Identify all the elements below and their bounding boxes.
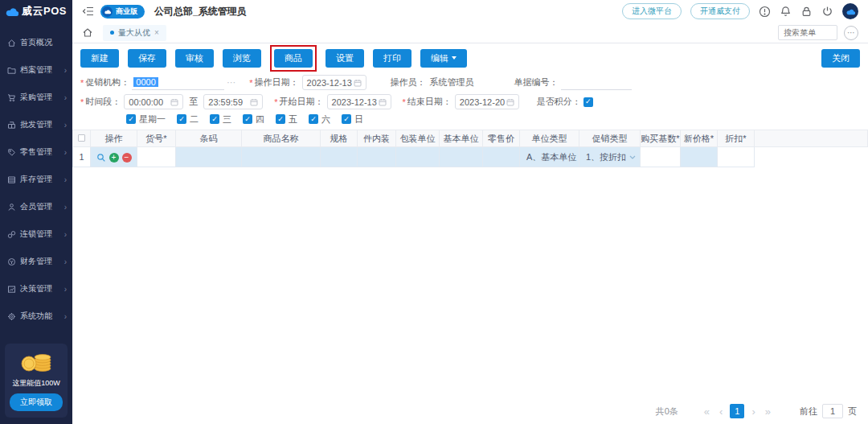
sidebar-item-home[interactable]: 首页概况: [0, 29, 72, 56]
tab-promotion[interactable]: 量大从优 ×: [103, 25, 166, 41]
sidebar-item-members[interactable]: 会员管理 ›: [0, 193, 72, 220]
select-all-header[interactable]: [73, 130, 91, 147]
bell-icon[interactable]: [780, 6, 792, 18]
tab-label: 量大从优: [118, 27, 150, 39]
weekday-saturday[interactable]: 六: [309, 113, 330, 126]
goto-page-input[interactable]: [822, 404, 843, 418]
weekday-sunday[interactable]: 日: [342, 113, 363, 126]
collapse-sidebar-icon[interactable]: [82, 6, 94, 17]
weekday-row: 星期一 二 三 四 五 六 日: [126, 113, 860, 126]
cell-product-name: [242, 147, 321, 167]
weekday-tuesday[interactable]: 二: [177, 113, 199, 126]
home-tab-icon[interactable]: [82, 27, 93, 38]
checkbox-checked-icon[interactable]: [243, 114, 252, 124]
row-operations: + −: [91, 147, 137, 167]
sidebar-item-archives[interactable]: 档案管理 ›: [0, 56, 72, 84]
checkbox-checked-icon[interactable]: [126, 114, 136, 124]
power-icon[interactable]: [821, 6, 833, 18]
cell-item-no-input[interactable]: [137, 147, 176, 167]
more-options-icon[interactable]: ⋯: [844, 26, 858, 40]
browse-button[interactable]: 浏览: [223, 49, 261, 68]
close-button[interactable]: 关闭: [821, 49, 860, 68]
main-area: 商业版 公司总部_系统管理员 进入微平台 开通威支付: [72, 0, 868, 424]
new-button[interactable]: 新建: [80, 49, 119, 68]
next-page-icon[interactable]: ›: [747, 405, 760, 418]
calendar-icon: [250, 98, 258, 106]
weekday-friday[interactable]: 五: [276, 113, 297, 126]
promo-caption: 这里能值100W: [6, 378, 66, 389]
notice-icon[interactable]: [759, 6, 771, 18]
start-date-input[interactable]: 2023-12-13: [327, 94, 391, 109]
sidebar-item-decision[interactable]: 决策管理 ›: [0, 275, 72, 303]
menu-search-input[interactable]: [778, 25, 837, 40]
promo-org-input[interactable]: 0000: [132, 76, 224, 90]
search-row-icon[interactable]: [96, 153, 106, 163]
account-title: 公司总部_系统管理员: [154, 5, 247, 19]
remove-row-icon[interactable]: −: [122, 153, 132, 163]
points-label: 是否积分：: [537, 96, 581, 108]
sidebar-item-inventory[interactable]: 库存管理 ›: [0, 166, 72, 193]
sidebar-item-purchase[interactable]: 采购管理 ›: [0, 84, 72, 111]
current-page-button[interactable]: 1: [730, 404, 744, 418]
app-logo: 威云POS: [0, 0, 72, 23]
activate-pay-button[interactable]: 开通威支付: [690, 3, 750, 19]
tabbar: 量大从优 × ⋯: [72, 23, 868, 43]
points-checkbox[interactable]: [583, 97, 593, 107]
end-date-input[interactable]: 2023-12-20: [455, 94, 519, 109]
edition-badge[interactable]: 商业版: [100, 5, 145, 19]
operator-label: 操作员：: [391, 76, 426, 89]
time-to-input[interactable]: 23:59:59: [203, 94, 263, 109]
checkbox-checked-icon[interactable]: [276, 114, 285, 124]
cell-buy-base-input[interactable]: [641, 147, 681, 167]
user-avatar[interactable]: [842, 3, 858, 19]
cell-unit-type-select[interactable]: A、基本单位: [520, 147, 579, 167]
weekday-thursday[interactable]: 四: [243, 113, 264, 126]
page-unit-label: 页: [848, 405, 857, 418]
sidebar-item-system[interactable]: 系统功能 ›: [0, 303, 72, 330]
lock-icon[interactable]: [800, 6, 813, 18]
add-row-icon[interactable]: +: [109, 153, 119, 163]
sidebar-item-finance[interactable]: 财务管理 ›: [0, 248, 72, 275]
weekday-monday[interactable]: 星期一: [126, 113, 166, 126]
goto-label: 前往: [800, 405, 817, 418]
checkbox-checked-icon[interactable]: [309, 114, 318, 124]
prev-page-icon[interactable]: ‹: [714, 405, 727, 418]
doc-no-input[interactable]: [561, 76, 632, 90]
weekday-wednesday[interactable]: 三: [210, 113, 231, 126]
settings-button[interactable]: 设置: [326, 49, 364, 68]
cart-icon: [7, 93, 16, 102]
cell-spec: [321, 147, 358, 167]
checkbox-checked-icon[interactable]: [210, 114, 219, 124]
close-tab-icon[interactable]: ×: [154, 28, 159, 37]
checkbox-checked-icon[interactable]: [342, 114, 351, 124]
cell-discount-input[interactable]: [718, 147, 755, 167]
checkbox-checked-icon[interactable]: [177, 114, 186, 124]
claim-now-button[interactable]: 立即领取: [10, 393, 63, 411]
audit-button[interactable]: 审核: [175, 49, 214, 68]
table-row: 1 + −: [73, 147, 868, 167]
cell-filler: [755, 147, 868, 167]
sidebar-item-chain[interactable]: 连锁管理 ›: [0, 220, 72, 248]
first-page-icon[interactable]: «: [699, 405, 714, 418]
print-button[interactable]: 打印: [373, 49, 411, 68]
chevron-right-icon: ›: [64, 285, 67, 294]
sidebar-item-wholesale[interactable]: 批发管理 ›: [0, 111, 72, 138]
sidebar-item-retail[interactable]: 零售管理 ›: [0, 138, 72, 166]
checkbox-empty-icon[interactable]: [78, 134, 85, 142]
enter-platform-button[interactable]: 进入微平台: [622, 3, 682, 19]
product-button[interactable]: 商品: [274, 49, 313, 68]
op-date-input[interactable]: 2023-12-13: [302, 75, 366, 90]
save-button[interactable]: 保存: [128, 49, 166, 68]
cell-promo-type-select[interactable]: 1、按折扣: [579, 147, 641, 167]
row-number: 1: [73, 147, 91, 167]
edit-button[interactable]: 编辑: [420, 49, 467, 68]
end-date-label: 结束日期：: [407, 96, 452, 108]
chevron-right-icon: ›: [64, 175, 67, 184]
time-from-input[interactable]: 00:00:00: [124, 94, 183, 109]
last-page-icon[interactable]: »: [760, 405, 776, 418]
cell-base-unit: [440, 147, 483, 167]
chevron-right-icon: ›: [64, 121, 67, 130]
cloud-badge-icon: [102, 6, 113, 17]
shelf-icon: [7, 175, 16, 184]
calendar-icon: [379, 98, 387, 106]
